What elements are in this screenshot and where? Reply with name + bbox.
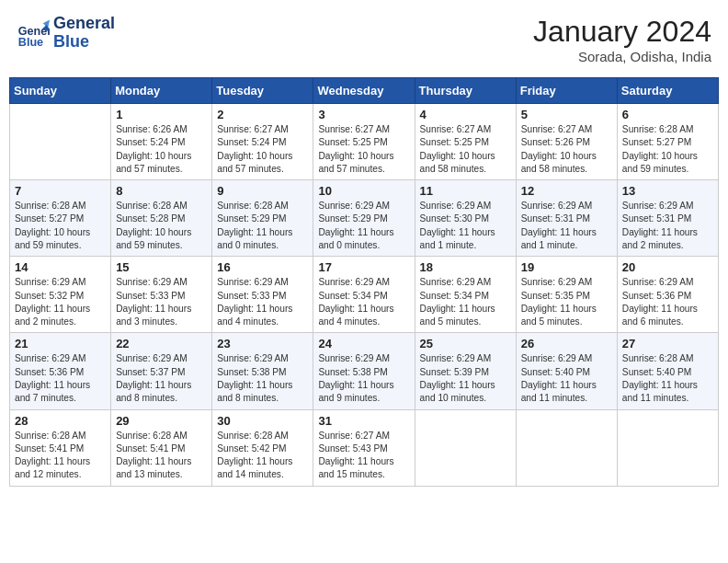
day-cell: 29Sunrise: 6:28 AMSunset: 5:41 PMDayligh…: [111, 409, 212, 486]
day-number: 14: [15, 260, 106, 274]
day-info: Sunrise: 6:29 AMSunset: 5:36 PMDaylight:…: [15, 352, 106, 405]
day-cell: 20Sunrise: 6:29 AMSunset: 5:36 PMDayligh…: [617, 257, 718, 333]
day-info: Sunrise: 6:27 AMSunset: 5:25 PMDaylight:…: [318, 123, 409, 176]
day-number: 31: [318, 414, 409, 428]
day-cell: 28Sunrise: 6:28 AMSunset: 5:41 PMDayligh…: [10, 409, 111, 486]
day-info: Sunrise: 6:28 AMSunset: 5:42 PMDaylight:…: [217, 430, 308, 482]
day-info: Sunrise: 6:29 AMSunset: 5:33 PMDaylight:…: [217, 276, 308, 328]
day-cell: 31Sunrise: 6:27 AMSunset: 5:43 PMDayligh…: [313, 409, 415, 486]
day-info: Sunrise: 6:29 AMSunset: 5:34 PMDaylight:…: [420, 276, 511, 328]
day-info: Sunrise: 6:29 AMSunset: 5:32 PMDaylight:…: [15, 276, 106, 328]
day-number: 25: [420, 337, 511, 350]
day-cell: 4Sunrise: 6:27 AMSunset: 5:25 PMDaylight…: [415, 104, 516, 180]
day-info: Sunrise: 6:28 AMSunset: 5:41 PMDaylight:…: [116, 430, 207, 482]
week-row-5: 28Sunrise: 6:28 AMSunset: 5:41 PMDayligh…: [10, 409, 719, 486]
svg-text:Blue: Blue: [18, 36, 43, 49]
day-info: Sunrise: 6:27 AMSunset: 5:24 PMDaylight:…: [217, 123, 308, 176]
day-cell: 16Sunrise: 6:29 AMSunset: 5:33 PMDayligh…: [212, 257, 313, 333]
day-info: Sunrise: 6:29 AMSunset: 5:36 PMDaylight:…: [622, 276, 713, 328]
day-number: 30: [217, 414, 308, 428]
day-number: 24: [318, 337, 409, 350]
weekday-wednesday: Wednesday: [313, 78, 415, 104]
day-number: 15: [116, 260, 207, 274]
logo: General Blue General Blue: [17, 15, 115, 52]
day-cell: [415, 409, 516, 486]
day-number: 9: [217, 184, 308, 198]
day-cell: 11Sunrise: 6:29 AMSunset: 5:30 PMDayligh…: [415, 180, 516, 257]
day-info: Sunrise: 6:27 AMSunset: 5:25 PMDaylight:…: [420, 123, 511, 176]
day-info: Sunrise: 6:29 AMSunset: 5:40 PMDaylight:…: [521, 352, 612, 405]
calendar-table: SundayMondayTuesdayWednesdayThursdayFrid…: [9, 77, 719, 487]
day-number: 26: [521, 337, 612, 350]
day-number: 2: [217, 108, 308, 121]
weekday-tuesday: Tuesday: [212, 78, 313, 104]
day-number: 17: [318, 260, 409, 274]
day-number: 6: [622, 108, 713, 121]
day-number: 5: [521, 108, 612, 121]
day-number: 27: [622, 337, 713, 350]
week-row-3: 14Sunrise: 6:29 AMSunset: 5:32 PMDayligh…: [10, 257, 719, 333]
day-info: Sunrise: 6:28 AMSunset: 5:41 PMDaylight:…: [15, 430, 106, 482]
day-cell: 7Sunrise: 6:28 AMSunset: 5:27 PMDaylight…: [10, 180, 111, 257]
weekday-friday: Friday: [516, 78, 617, 104]
day-cell: 22Sunrise: 6:29 AMSunset: 5:37 PMDayligh…: [111, 333, 212, 409]
day-info: Sunrise: 6:29 AMSunset: 5:33 PMDaylight:…: [116, 276, 207, 328]
day-number: 13: [622, 184, 713, 198]
month-title: January 2024: [533, 15, 711, 49]
calendar-body: 1Sunrise: 6:26 AMSunset: 5:24 PMDaylight…: [10, 104, 719, 487]
day-number: 12: [521, 184, 612, 198]
logo-icon: General Blue: [17, 17, 50, 50]
day-number: 18: [420, 260, 511, 274]
day-cell: 14Sunrise: 6:29 AMSunset: 5:32 PMDayligh…: [10, 257, 111, 333]
day-cell: 5Sunrise: 6:27 AMSunset: 5:26 PMDaylight…: [516, 104, 617, 180]
day-number: 4: [420, 108, 511, 121]
day-info: Sunrise: 6:29 AMSunset: 5:37 PMDaylight:…: [116, 352, 207, 405]
day-cell: 19Sunrise: 6:29 AMSunset: 5:35 PMDayligh…: [516, 257, 617, 333]
day-info: Sunrise: 6:29 AMSunset: 5:38 PMDaylight:…: [217, 352, 308, 405]
day-info: Sunrise: 6:29 AMSunset: 5:31 PMDaylight:…: [521, 200, 612, 252]
week-row-4: 21Sunrise: 6:29 AMSunset: 5:36 PMDayligh…: [10, 333, 719, 409]
day-number: 21: [15, 337, 106, 350]
day-info: Sunrise: 6:29 AMSunset: 5:38 PMDaylight:…: [318, 352, 409, 405]
day-info: Sunrise: 6:28 AMSunset: 5:27 PMDaylight:…: [15, 200, 106, 252]
day-info: Sunrise: 6:27 AMSunset: 5:26 PMDaylight:…: [521, 123, 612, 176]
day-cell: 17Sunrise: 6:29 AMSunset: 5:34 PMDayligh…: [313, 257, 415, 333]
day-cell: 26Sunrise: 6:29 AMSunset: 5:40 PMDayligh…: [516, 333, 617, 409]
day-info: Sunrise: 6:29 AMSunset: 5:30 PMDaylight:…: [420, 200, 511, 252]
day-info: Sunrise: 6:26 AMSunset: 5:24 PMDaylight:…: [116, 123, 207, 176]
weekday-monday: Monday: [111, 78, 212, 104]
logo-text: General: [53, 15, 115, 33]
day-cell: 6Sunrise: 6:28 AMSunset: 5:27 PMDaylight…: [617, 104, 718, 180]
day-cell: 30Sunrise: 6:28 AMSunset: 5:42 PMDayligh…: [212, 409, 313, 486]
day-cell: [516, 409, 617, 486]
day-number: 11: [420, 184, 511, 198]
day-info: Sunrise: 6:28 AMSunset: 5:29 PMDaylight:…: [217, 200, 308, 252]
day-number: 1: [116, 108, 207, 121]
day-cell: 2Sunrise: 6:27 AMSunset: 5:24 PMDaylight…: [212, 104, 313, 180]
day-cell: 12Sunrise: 6:29 AMSunset: 5:31 PMDayligh…: [516, 180, 617, 257]
day-info: Sunrise: 6:29 AMSunset: 5:39 PMDaylight:…: [420, 352, 511, 405]
title-block: January 2024 Sorada, Odisha, India: [533, 15, 711, 64]
day-info: Sunrise: 6:28 AMSunset: 5:40 PMDaylight:…: [622, 352, 713, 405]
weekday-thursday: Thursday: [415, 78, 516, 104]
day-cell: 25Sunrise: 6:29 AMSunset: 5:39 PMDayligh…: [415, 333, 516, 409]
day-number: 22: [116, 337, 207, 350]
day-cell: 3Sunrise: 6:27 AMSunset: 5:25 PMDaylight…: [313, 104, 415, 180]
weekday-header-row: SundayMondayTuesdayWednesdayThursdayFrid…: [10, 78, 719, 104]
day-cell: 24Sunrise: 6:29 AMSunset: 5:38 PMDayligh…: [313, 333, 415, 409]
day-info: Sunrise: 6:29 AMSunset: 5:35 PMDaylight:…: [521, 276, 612, 328]
day-number: 20: [622, 260, 713, 274]
day-cell: 27Sunrise: 6:28 AMSunset: 5:40 PMDayligh…: [617, 333, 718, 409]
day-number: 23: [217, 337, 308, 350]
day-info: Sunrise: 6:28 AMSunset: 5:28 PMDaylight:…: [116, 200, 207, 252]
week-row-2: 7Sunrise: 6:28 AMSunset: 5:27 PMDaylight…: [10, 180, 719, 257]
day-info: Sunrise: 6:29 AMSunset: 5:34 PMDaylight:…: [318, 276, 409, 328]
day-cell: [617, 409, 718, 486]
location: Sorada, Odisha, India: [533, 49, 711, 64]
day-cell: 15Sunrise: 6:29 AMSunset: 5:33 PMDayligh…: [111, 257, 212, 333]
weekday-saturday: Saturday: [617, 78, 718, 104]
day-info: Sunrise: 6:29 AMSunset: 5:29 PMDaylight:…: [318, 200, 409, 252]
day-cell: 21Sunrise: 6:29 AMSunset: 5:36 PMDayligh…: [10, 333, 111, 409]
day-number: 3: [318, 108, 409, 121]
day-cell: 9Sunrise: 6:28 AMSunset: 5:29 PMDaylight…: [212, 180, 313, 257]
